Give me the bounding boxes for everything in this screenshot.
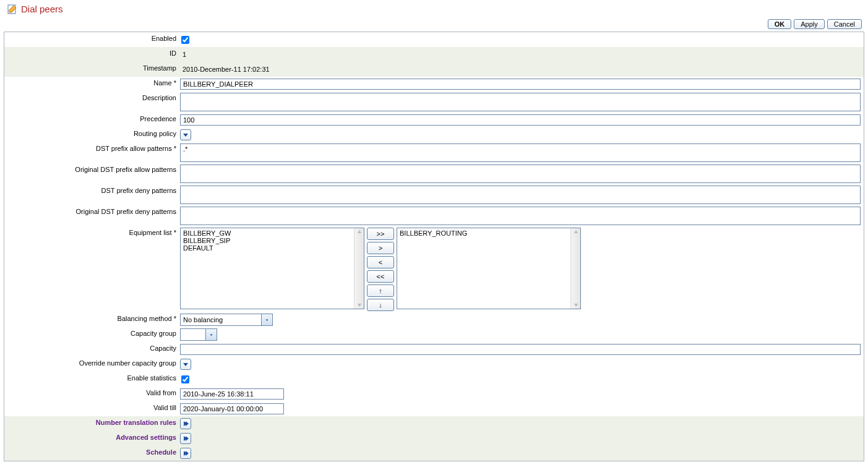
capacity-input[interactable]	[180, 344, 861, 355]
label-valid-from: Valid from	[7, 388, 180, 396]
label-equipment-list: Equipment list *	[7, 228, 180, 236]
expand-advanced-button[interactable]	[180, 433, 191, 444]
capacity-group-combo[interactable]	[180, 328, 217, 341]
label-id: ID	[7, 48, 180, 57]
dst-deny-input[interactable]	[180, 186, 861, 204]
valid-till-input[interactable]	[180, 403, 284, 414]
routing-policy-dropdown[interactable]	[180, 129, 191, 140]
label-number-translation-rules: Number translation rules	[7, 417, 180, 426]
label-enable-stats: Enable statistics	[7, 373, 180, 382]
label-description: Description	[7, 93, 180, 101]
name-input[interactable]	[180, 79, 861, 90]
label-capacity-group: Capacity group	[7, 328, 180, 337]
capacity-group-input[interactable]	[181, 329, 205, 340]
label-precedence: Precedence	[7, 114, 180, 122]
id-value: 1	[180, 49, 189, 59]
cancel-button[interactable]: Cancel	[827, 19, 862, 29]
label-enabled: Enabled	[7, 33, 180, 42]
move-all-left-button[interactable]: <<	[367, 270, 394, 283]
move-left-button[interactable]: <	[367, 256, 394, 268]
label-valid-till: Valid till	[7, 403, 180, 411]
equipment-available-box[interactable]: BILLBERY_GW BILLBERY_SIP DEFAULT	[180, 228, 364, 309]
override-capacity-dropdown[interactable]	[180, 359, 191, 370]
orig-dst-deny-input[interactable]	[180, 207, 861, 225]
timestamp-value: 2010-December-11 17:02:31	[180, 64, 272, 74]
enable-stats-checkbox[interactable]	[181, 375, 189, 383]
move-up-button[interactable]: ↑	[367, 285, 394, 297]
expand-schedule-button[interactable]	[180, 448, 191, 459]
label-orig-dst-deny: Original DST prefix deny patterns	[7, 207, 180, 215]
equipment-selected-box[interactable]: BILLBERY_ROUTING	[397, 228, 581, 309]
balancing-combo[interactable]	[180, 314, 273, 326]
label-routing-policy: Routing policy	[7, 129, 180, 137]
scrollbar[interactable]	[354, 228, 364, 309]
move-down-button[interactable]: ↓	[367, 299, 394, 311]
label-override-cap: Override number capacity group	[7, 358, 180, 367]
label-name: Name *	[7, 78, 180, 87]
dst-allow-input[interactable]: .*	[180, 143, 861, 162]
orig-dst-allow-input[interactable]	[180, 165, 861, 183]
list-item[interactable]: DEFAULT	[183, 244, 351, 252]
label-orig-dst-allow: Original DST prefix allow patterns	[7, 165, 180, 173]
label-advanced-settings: Advanced settings	[7, 432, 180, 441]
valid-from-input[interactable]	[180, 388, 284, 400]
edit-icon	[7, 4, 17, 14]
apply-button[interactable]: Apply	[794, 19, 825, 29]
label-timestamp: Timestamp	[7, 63, 180, 72]
form-panel: Enabled ID 1 Timestamp 2010-December-11 …	[4, 32, 864, 461]
chevron-down-icon[interactable]	[205, 329, 217, 340]
label-balancing: Balancing method *	[7, 314, 180, 322]
page-title: Dial peers	[21, 4, 63, 14]
ok-button[interactable]: OK	[768, 19, 792, 29]
description-input[interactable]	[180, 93, 861, 111]
label-dst-allow: DST prefix allow patterns *	[7, 143, 180, 152]
list-item[interactable]: BILLBERY_ROUTING	[400, 229, 568, 237]
label-capacity: Capacity	[7, 343, 180, 352]
action-bar: OK Apply Cancel	[4, 19, 864, 32]
list-item[interactable]: BILLBERY_GW	[183, 229, 351, 237]
page-header: Dial peers	[4, 4, 864, 14]
label-schedule: Schedule	[7, 447, 180, 456]
balancing-input[interactable]	[181, 314, 261, 325]
precedence-input[interactable]	[180, 114, 861, 126]
expand-ntr-button[interactable]	[180, 418, 191, 429]
scrollbar[interactable]	[570, 228, 580, 309]
enabled-checkbox[interactable]	[181, 36, 189, 44]
chevron-down-icon[interactable]	[261, 314, 272, 325]
move-right-button[interactable]: >	[367, 242, 394, 254]
label-dst-deny: DST prefix deny patterns	[7, 186, 180, 194]
list-item[interactable]: BILLBERY_SIP	[183, 237, 351, 244]
equipment-picklist: BILLBERY_GW BILLBERY_SIP DEFAULT >> > < …	[180, 228, 581, 311]
move-all-right-button[interactable]: >>	[367, 228, 394, 240]
